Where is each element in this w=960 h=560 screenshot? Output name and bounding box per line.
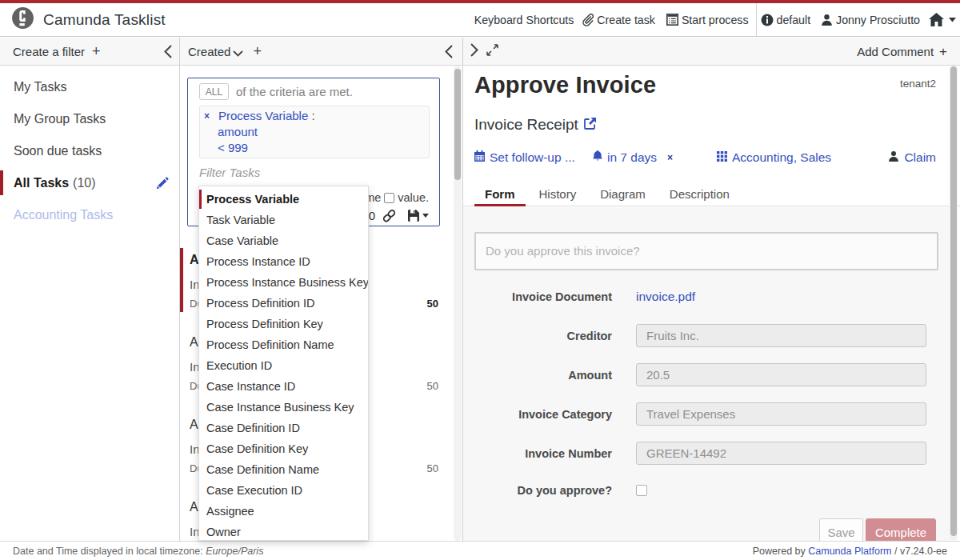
- paperclip-icon: [582, 14, 594, 26]
- dropdown-option-process-variable[interactable]: Process Variable: [199, 189, 368, 210]
- filter-label: My Tasks: [14, 80, 66, 94]
- dropdown-option-case-definition-id[interactable]: Case Definition ID: [199, 418, 368, 438]
- form-label: Do you approve?: [463, 484, 612, 497]
- match-mode-button[interactable]: ALL: [199, 83, 229, 100]
- case-value-label: value.: [398, 191, 429, 204]
- dropdown-option-process-instance-id[interactable]: Process Instance ID: [199, 251, 368, 272]
- form-input[interactable]: GREEN-14492: [636, 442, 926, 465]
- timezone-value: Europe/Paris: [206, 546, 263, 557]
- add-filter-button[interactable]: +: [92, 43, 101, 60]
- add-comment-button[interactable]: Add Comment+: [857, 38, 947, 66]
- task-item-priority: 50: [427, 380, 438, 392]
- criteria-name[interactable]: amount: [218, 125, 258, 138]
- criteria-colon: :: [311, 109, 314, 122]
- comment-textarea[interactable]: Do you approve this invoice?: [474, 232, 938, 270]
- filters-sidebar: Create a filter + My TasksMy Group Tasks…: [0, 38, 180, 541]
- bell-icon: [593, 150, 602, 165]
- tab-diagram[interactable]: Diagram: [590, 182, 656, 206]
- timezone-note: Date and Time displayed in local timezon…: [13, 546, 263, 557]
- tenant-badge: tenant2: [900, 78, 936, 90]
- form-label: Invoice Number: [463, 447, 612, 460]
- dropdown-option-process-definition-key[interactable]: Process Definition Key: [199, 314, 368, 334]
- filter-label: All Tasks: [14, 176, 69, 190]
- remove-follow-up-icon[interactable]: ×: [667, 152, 673, 163]
- chevron-down-icon[interactable]: [233, 46, 243, 59]
- tab-form[interactable]: Form: [474, 182, 526, 206]
- dropdown-option-case-instance-business-key[interactable]: Case Instance Business Key: [199, 397, 368, 418]
- collapse-sidebar-button[interactable]: [164, 45, 172, 61]
- copy-link-icon[interactable]: [383, 210, 395, 222]
- filter-item-all-tasks[interactable]: All Tasks(10): [0, 167, 179, 199]
- camunda-logo-icon: [11, 6, 34, 33]
- claim-button[interactable]: Claim: [888, 150, 936, 165]
- app-body: Create a filter + My TasksMy Group Tasks…: [0, 38, 960, 541]
- dropdown-option-case-variable[interactable]: Case Variable: [199, 230, 368, 251]
- dropdown-option-case-definition-name[interactable]: Case Definition Name: [199, 459, 368, 480]
- collapse-tasklist-button[interactable]: [445, 45, 453, 61]
- invoice-document-link[interactable]: invoice.pdf: [636, 290, 695, 304]
- camunda-platform-link[interactable]: Camunda Platform: [808, 546, 891, 557]
- person-icon: [888, 150, 899, 165]
- filter-item-accounting-tasks[interactable]: Accounting Tasks: [0, 199, 179, 231]
- collapse-detail-button[interactable]: [470, 43, 478, 59]
- top-menu: Keyboard Shortcuts Create task Start pro…: [474, 3, 960, 36]
- criteria-type[interactable]: Process Variable: [218, 109, 308, 122]
- dropdown-option-task-variable[interactable]: Task Variable: [199, 210, 368, 230]
- filter-list: My TasksMy Group TasksSoon due tasksAll …: [0, 71, 179, 231]
- remove-criteria-icon[interactable]: ×: [204, 110, 210, 122]
- sort-by-created[interactable]: Created: [188, 45, 230, 58]
- tab-description[interactable]: Description: [659, 182, 740, 206]
- tab-history[interactable]: History: [529, 182, 587, 206]
- filter-item-soon-due-tasks[interactable]: Soon due tasks: [0, 135, 179, 167]
- create-filter-label[interactable]: Create a filter: [13, 45, 85, 58]
- filter-item-my-tasks[interactable]: My Tasks: [0, 71, 179, 103]
- tasklist-header: Created +: [180, 38, 462, 66]
- dropdown-option-assignee[interactable]: Assignee: [199, 501, 368, 522]
- criteria-value[interactable]: 999: [228, 141, 248, 154]
- calendar-icon: [474, 150, 485, 165]
- detail-scrollbar[interactable]: [950, 66, 958, 541]
- add-sorting-button[interactable]: +: [253, 43, 262, 60]
- keyboard-shortcuts-link[interactable]: Keyboard Shortcuts: [474, 14, 574, 26]
- form-input[interactable]: 20.5: [636, 363, 926, 386]
- detail-tabs: FormHistoryDiagramDescription: [463, 182, 960, 206]
- home-menu[interactable]: [929, 13, 956, 26]
- expand-detail-button[interactable]: [486, 44, 498, 58]
- tasklist-scrollbar[interactable]: [454, 66, 462, 541]
- filter-item-my-group-tasks[interactable]: My Group Tasks: [0, 103, 179, 135]
- dropdown-option-execution-id[interactable]: Execution ID: [199, 355, 368, 376]
- user-menu[interactable]: Jonny Prosciutto: [821, 14, 920, 26]
- dropdown-option-process-definition-name[interactable]: Process Definition Name: [199, 334, 368, 355]
- save-filter-icon[interactable]: [408, 210, 419, 222]
- criteria-operator[interactable]: <: [218, 141, 225, 154]
- home-icon: [929, 13, 944, 26]
- form-label: Invoice Document: [463, 290, 612, 303]
- reminder-chip[interactable]: in 7 days ×: [593, 150, 673, 165]
- info-icon: [761, 14, 774, 26]
- create-task-button[interactable]: Create task: [582, 14, 655, 26]
- task-item-priority: 50: [427, 462, 438, 474]
- dropdown-option-case-definition-key[interactable]: Case Definition Key: [199, 438, 368, 459]
- powered-by: Powered by Camunda Platform / v7.24.0-ee: [753, 546, 947, 557]
- engine-select[interactable]: default: [761, 14, 811, 26]
- groups-button[interactable]: Accounting, Sales: [717, 150, 831, 165]
- search-criteria-pill[interactable]: ×Process Variable : amount < 999: [199, 106, 430, 158]
- start-process-button[interactable]: Start process: [666, 14, 749, 26]
- dropdown-option-case-instance-id[interactable]: Case Instance ID: [199, 376, 368, 397]
- follow-up-button[interactable]: Set follow-up ...: [474, 150, 575, 165]
- approve-checkbox[interactable]: [636, 485, 647, 496]
- form-input[interactable]: Fruits Inc.: [636, 324, 926, 347]
- case-value-checkbox[interactable]: [384, 193, 394, 203]
- dropdown-option-owner[interactable]: Owner: [199, 522, 368, 541]
- brand[interactable]: Camunda Tasklist: [0, 6, 166, 33]
- filter-tasks-input[interactable]: Filter Tasks: [199, 166, 428, 179]
- criteria-hint: of the criteria are met.: [236, 85, 353, 98]
- form-label: Invoice Category: [463, 408, 612, 421]
- process-definition-link[interactable]: Invoice Receipt: [474, 116, 596, 134]
- dropdown-option-process-definition-id[interactable]: Process Definition ID: [199, 293, 368, 314]
- save-caret-icon[interactable]: [422, 214, 429, 218]
- dropdown-option-case-execution-id[interactable]: Case Execution ID: [199, 480, 368, 501]
- dropdown-option-process-instance-business-key[interactable]: Process Instance Business Key: [199, 272, 368, 293]
- form-input[interactable]: Travel Expenses: [636, 402, 926, 426]
- edit-filter-icon[interactable]: [156, 177, 169, 193]
